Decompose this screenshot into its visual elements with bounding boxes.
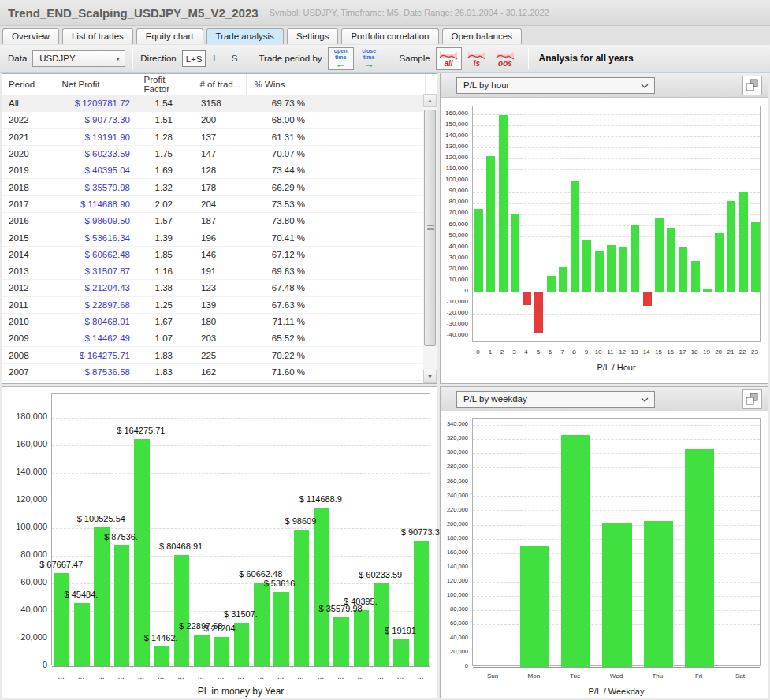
cell-profit-factor: 2.02 <box>136 195 192 212</box>
pl-by-weekday-chart: 020,00040,00060,00080,000100,000120,0001… <box>441 411 768 698</box>
tab-equity-chart[interactable]: Equity chart <box>136 28 203 44</box>
scroll-up-icon[interactable]: ▲ <box>423 94 437 107</box>
bar-11 <box>607 245 616 292</box>
cell-net-profit: $ 90773.30 <box>54 112 136 128</box>
y-tick-label: 80,000 <box>441 605 468 612</box>
bar-value-label: $ 31507. <box>194 609 288 619</box>
table-row-2018[interactable]: 2018$ 35579.981.3217866.29 % <box>2 179 425 195</box>
cell-of-trad: 139 <box>192 296 246 313</box>
table-row-2014[interactable]: 2014$ 60662.481.8514667.12 % <box>2 246 425 262</box>
bar-21 <box>727 201 735 292</box>
cell-wins: 73.53 % <box>246 195 314 212</box>
y-tick-label: 160,000 <box>2 439 47 449</box>
data-select[interactable]: USDJPY ▼ <box>32 50 125 67</box>
column-header-net-profit[interactable]: Net Profit <box>54 74 136 95</box>
cell-filler <box>314 280 425 296</box>
scroll-down-icon[interactable]: ▼ <box>423 370 437 383</box>
sample-all-button[interactable]: all <box>436 47 462 70</box>
weekday-chart-type-select[interactable]: P/L by weekday <box>456 391 655 408</box>
column-header-of-trad[interactable]: # of trad... <box>192 74 246 95</box>
toolbar: Data USDJPY ▼ Direction L+SLS Trade peri… <box>0 45 770 73</box>
table-row-2011[interactable]: 2011$ 22897.681.2513967.63 % <box>2 296 425 313</box>
table-row-2019[interactable]: 2019$ 40395.041.6912873.44 % <box>2 162 425 179</box>
svg-text:oos: oos <box>498 59 512 68</box>
cell-of-trad: 225 <box>192 347 246 363</box>
scrollbar-thumb[interactable] <box>424 110 436 346</box>
table-row-2009[interactable]: 2009$ 14462.491.0720365.52 % <box>2 330 425 347</box>
sample-label: Sample <box>400 54 430 63</box>
table-row-2015[interactable]: 2015$ 53616.341.3919670.41 % <box>2 229 425 246</box>
sample-is-button[interactable]: is <box>464 47 490 70</box>
tab-portfolio-correlation[interactable]: Portfolio correlation <box>341 28 438 44</box>
table-row-2022[interactable]: 2022$ 90773.301.5120068.00 % <box>2 112 425 128</box>
bar-17 <box>679 247 687 292</box>
open-time-button[interactable]: opentime← <box>328 47 354 70</box>
gridline <box>52 418 430 419</box>
column-header-period[interactable]: Period <box>2 74 54 95</box>
table-row-2020[interactable]: 2020$ 60233.591.7514770.07 % <box>2 145 425 162</box>
table-row-all[interactable]: All$ 1209781.721.54315869.73 % <box>2 95 425 112</box>
cell-wins: 61.31 % <box>246 128 314 145</box>
direction-option-s[interactable]: S <box>225 50 244 67</box>
bar-5 <box>534 292 543 333</box>
copy-chart-button[interactable] <box>742 76 762 95</box>
cell-profit-factor: 1.07 <box>136 330 192 347</box>
bar-value-label: $ 80468.91 <box>134 542 229 551</box>
y-tick-label: 100,000 <box>441 591 468 598</box>
y-tick-label: 160,000 <box>441 549 468 556</box>
tab-list-of-trades[interactable]: List of trades <box>62 28 133 44</box>
sample-oos-button[interactable]: oos <box>493 47 519 70</box>
cell-profit-factor: 1.25 <box>136 296 192 313</box>
gridline <box>473 337 760 337</box>
bar-12 <box>619 247 627 292</box>
cell-wins: 71.60 % <box>246 363 314 380</box>
table-row-2017[interactable]: 2017$ 114688.902.0220473.53 % <box>2 195 425 212</box>
y-tick-label: -40,000 <box>441 331 468 338</box>
table-row-2006[interactable]: 2006$ 100525.542.1216075.00 % <box>2 381 425 384</box>
cell-of-trad: 123 <box>192 280 246 296</box>
tab-trade-analysis[interactable]: Trade analysis <box>206 28 284 44</box>
table-row-2007[interactable]: 2007$ 87536.581.8316271.60 % <box>2 363 425 380</box>
yearly-results-panel: PeriodNet ProfitProfit Factor# of trad..… <box>2 73 437 384</box>
copy-chart-button[interactable] <box>742 389 762 409</box>
table-row-2008[interactable]: 2008$ 164275.711.8322570.22 % <box>2 347 425 363</box>
cell-filler <box>314 262 425 279</box>
tab-open-balances[interactable]: Open balances <box>442 28 522 44</box>
table-scrollbar[interactable]: ▲ ▼ <box>423 94 437 383</box>
gridline <box>473 326 760 326</box>
x-tick-label: Wed <box>597 672 636 680</box>
cell-filler <box>314 95 425 112</box>
cell-profit-factor: 1.51 <box>136 112 192 128</box>
table-row-2013[interactable]: 2013$ 31507.871.1619169.63 % <box>2 262 425 279</box>
cell-wins: 70.22 % <box>246 347 314 363</box>
open-time-text: open <box>334 48 348 54</box>
column-header-wins[interactable]: % Wins <box>246 74 314 95</box>
bar-2016 <box>294 530 310 666</box>
x-tick-label: Sat <box>720 672 760 680</box>
y-tick-label: 40,000 <box>441 243 468 250</box>
hour-chart-type-select[interactable]: P/L by hour <box>456 77 655 94</box>
y-tick-label: 120,000 <box>441 154 468 161</box>
tab-settings[interactable]: Settings <box>287 28 339 44</box>
gridline <box>52 445 430 446</box>
y-tick-label: 140,000 <box>2 467 47 476</box>
y-tick-label: 90,000 <box>441 187 468 194</box>
bar-value-label: $ 100525.54 <box>54 514 148 523</box>
cell-filler <box>314 162 425 179</box>
table-row-2010[interactable]: 2010$ 80468.911.6718071.11 % <box>2 313 425 330</box>
cell-period: 2020 <box>2 145 54 162</box>
sample-group: allisoos <box>436 47 521 70</box>
table-row-2021[interactable]: 2021$ 19191.901.2813761.31 % <box>2 128 425 145</box>
table-row-2012[interactable]: 2012$ 21204.431.3812367.48 % <box>2 280 425 296</box>
y-tick-label: 120,000 <box>441 577 468 584</box>
cell-net-profit: $ 164275.71 <box>54 347 136 363</box>
cell-period: 2009 <box>2 330 54 347</box>
table-row-2016[interactable]: 2016$ 98609.501.5718773.80 % <box>2 213 425 229</box>
direction-option-l-s[interactable]: L+S <box>182 50 206 67</box>
close-time-button[interactable]: closetime→ <box>356 47 382 70</box>
chevron-down-icon <box>640 397 649 403</box>
column-header-profit-factor[interactable]: Profit Factor <box>136 74 192 95</box>
direction-option-l[interactable]: L <box>206 50 225 67</box>
tab-overview[interactable]: Overview <box>2 28 59 44</box>
chart-plot-pl_by_hour <box>472 106 761 342</box>
